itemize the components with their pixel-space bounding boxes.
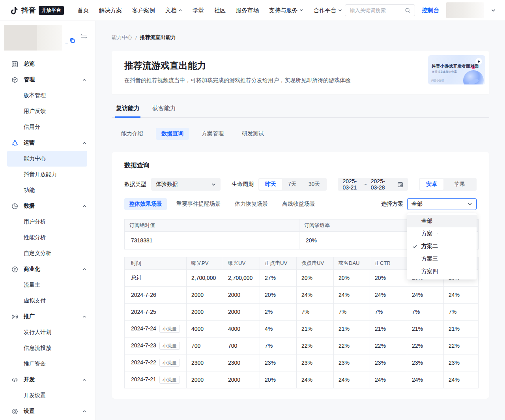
sidebar-item-0[interactable]: 总览 bbox=[0, 56, 95, 72]
tab-data-query[interactable]: 数据查询 bbox=[156, 128, 189, 140]
table-header-cell: 正点击UV bbox=[260, 257, 297, 270]
sidebar-item-1[interactable]: 管理 bbox=[0, 72, 95, 88]
scene-tab-1[interactable]: 重要事件提醒场景 bbox=[172, 198, 225, 210]
nav-item-5[interactable]: 社区 bbox=[214, 7, 226, 14]
table-cell: 23% bbox=[334, 354, 370, 371]
sidebar-item-6[interactable]: 开发 bbox=[0, 372, 95, 388]
search-icon[interactable] bbox=[405, 8, 411, 13]
plan-option-0[interactable]: 全部 bbox=[407, 215, 477, 227]
table-cell: 2300 bbox=[187, 354, 223, 371]
search-box[interactable] bbox=[345, 4, 415, 16]
lifecycle-option-1[interactable]: 7天 bbox=[282, 179, 303, 190]
chevron-up-icon[interactable] bbox=[82, 78, 86, 82]
nav-item-2[interactable]: 客户案例 bbox=[132, 7, 155, 14]
scene-tab-2[interactable]: 体力恢复场景 bbox=[230, 198, 273, 210]
sidebar-subitem-2-2[interactable]: 功能 bbox=[7, 182, 87, 198]
copy-icon[interactable] bbox=[69, 38, 75, 43]
sidebar-item-7[interactable]: 设置 bbox=[0, 403, 95, 419]
nav-item-1[interactable]: 解决方案 bbox=[99, 7, 122, 14]
chevron-up-icon[interactable] bbox=[82, 378, 86, 382]
sidebar-subitem-1-2[interactable]: 信用分 bbox=[7, 119, 87, 135]
table-cell: 22% bbox=[297, 338, 334, 354]
table-cell: 21% bbox=[334, 321, 370, 338]
chevron-up-icon[interactable] bbox=[82, 315, 86, 319]
chevron-up-icon[interactable] bbox=[82, 141, 86, 145]
sidebar-item-5[interactable]: 推广 bbox=[0, 309, 95, 324]
brand-logo[interactable]: 抖音 开放平台 bbox=[9, 6, 64, 15]
sidebar-subitem-6-0[interactable]: 开发设置 bbox=[7, 388, 87, 403]
sidebar-subitem-4-0[interactable]: 流量主 bbox=[7, 277, 87, 293]
sidebar-subitem-4-1[interactable]: 虚拟支付 bbox=[7, 293, 87, 309]
chevron-up-icon[interactable] bbox=[82, 409, 86, 413]
sidebar-item-3[interactable]: 数据 bbox=[0, 198, 95, 214]
table-cell: 4% bbox=[260, 321, 297, 338]
nav-item-6[interactable]: 服务市场 bbox=[236, 7, 259, 14]
scene-tab-3[interactable]: 离线收益场景 bbox=[277, 198, 320, 210]
plan-option-4[interactable]: 方案四 bbox=[407, 265, 477, 278]
sidebar-subitem-5-1[interactable]: 信息流投放 bbox=[7, 340, 87, 356]
lifecycle-option-2[interactable]: 30天 bbox=[303, 179, 326, 190]
table-cell: 23% bbox=[407, 354, 444, 371]
capability-header-card: 推荐流游戏直出能力 在抖音的推荐视频流当中，可将加载完成的游戏推荐分发给用户，实… bbox=[112, 51, 489, 94]
table-cell: 21% bbox=[407, 321, 444, 338]
sidebar-subitem-5-2[interactable]: 推广资金 bbox=[7, 356, 87, 372]
sidebar-subitem-3-2[interactable]: 自定义分析 bbox=[7, 246, 87, 261]
data-type-select[interactable]: 体验数据 bbox=[151, 178, 221, 191]
sidebar-subitem-5-0[interactable]: 发行人计划 bbox=[7, 324, 87, 340]
tab-capability-intro[interactable]: 能力介绍 bbox=[116, 128, 149, 140]
nav-item-0[interactable]: 首页 bbox=[77, 7, 89, 14]
plan-option-label: 方案一 bbox=[421, 230, 438, 237]
chevron-down-icon[interactable] bbox=[491, 8, 496, 13]
chevron-down-icon bbox=[338, 8, 342, 12]
sidebar-item-2[interactable]: 运营 bbox=[0, 135, 95, 151]
table-row: 2024-7-25200020002%7%7%7%7%7% bbox=[125, 304, 479, 321]
nav-item-8[interactable]: 合作平台 bbox=[314, 7, 342, 14]
summary-header-cell: 订阅绝对值 bbox=[125, 219, 299, 232]
scene-tab-0[interactable]: 整体效果场景 bbox=[124, 198, 167, 210]
nav-item-label: 社区 bbox=[214, 7, 226, 14]
tab-plan-management[interactable]: 方案管理 bbox=[196, 128, 229, 140]
table-header-cell: 曝光PV bbox=[187, 257, 223, 270]
promo-video-banner[interactable]: 抖音小游戏开发者面对面 推荐流直出能力分享 抖音小游戏 bbox=[428, 55, 485, 84]
brand-badge: 开放平台 bbox=[39, 6, 64, 15]
tab-acquisition-capability[interactable]: 获客能力 bbox=[152, 101, 177, 118]
sidebar-subitem-2-1[interactable]: 抖音开放能力 bbox=[7, 167, 87, 182]
nav-item-4[interactable]: 学堂 bbox=[193, 7, 204, 14]
platform-option-1[interactable]: 苹果 bbox=[443, 179, 476, 190]
app-header: ... bbox=[4, 25, 91, 51]
date-range-picker[interactable]: 2025-03-21 ~ 2025-03-28 bbox=[338, 178, 408, 191]
plan-option-3[interactable]: 方案三 bbox=[407, 253, 477, 265]
chevron-up-icon[interactable] bbox=[82, 204, 86, 208]
breadcrumb-parent[interactable]: 能力中心 bbox=[112, 34, 132, 41]
nav-item-7[interactable]: 支持与服务 bbox=[269, 7, 303, 14]
table-cell: 20% bbox=[370, 270, 407, 287]
plan-option-1[interactable]: 方案一 bbox=[407, 227, 477, 240]
tab-rd-testing[interactable]: 研发测试 bbox=[236, 128, 269, 140]
app-avatar bbox=[4, 25, 37, 51]
plan-option-2[interactable]: 方案二 bbox=[407, 240, 477, 253]
sidebar-subitem-3-1[interactable]: 性能分析 bbox=[7, 230, 87, 246]
sidebar-subitem-2-0[interactable]: 能力中心 bbox=[7, 151, 87, 167]
table-time-value: 总计 bbox=[131, 274, 142, 281]
sidebar-subitem-1-0[interactable]: 版本管理 bbox=[7, 88, 87, 103]
user-account-redacted[interactable] bbox=[446, 2, 484, 18]
chevron-up-icon[interactable] bbox=[82, 267, 86, 271]
play-icon[interactable] bbox=[475, 58, 482, 65]
switch-app-icon[interactable] bbox=[80, 34, 88, 39]
table-cell: 22% bbox=[444, 338, 479, 354]
sidebar-subitem-3-0[interactable]: 用户分析 bbox=[7, 214, 87, 230]
table-cell: 21% bbox=[297, 321, 334, 338]
nav-item-label: 文档 bbox=[165, 7, 177, 14]
console-link[interactable]: 控制台 bbox=[422, 7, 440, 14]
sidebar-subitem-1-1[interactable]: 用户反馈 bbox=[7, 103, 87, 119]
table-header-cell: 时间 bbox=[125, 257, 187, 270]
search-input[interactable] bbox=[349, 7, 402, 14]
table-row: 2024-7-24小流量400040004%21%21%21%21%21% bbox=[125, 321, 479, 338]
sidebar-item-4[interactable]: 商业化 bbox=[0, 261, 95, 277]
plan-select[interactable]: 全部 bbox=[407, 198, 477, 210]
platform-option-0[interactable]: 安卓 bbox=[420, 179, 443, 190]
lifecycle-option-0[interactable]: 昨天 bbox=[259, 179, 282, 190]
tab-revisit-capability[interactable]: 复访能力 bbox=[115, 101, 140, 118]
table-time-cell: 2024-7-24小流量 bbox=[125, 321, 187, 338]
nav-item-3[interactable]: 文档 bbox=[165, 7, 182, 14]
